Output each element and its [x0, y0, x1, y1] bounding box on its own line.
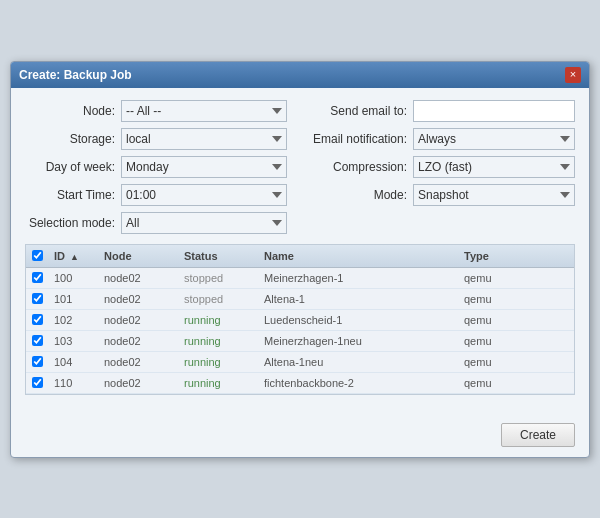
row-checkbox-3[interactable]	[32, 335, 43, 346]
row-name: Luedenscheid-1	[258, 312, 458, 328]
row-checkbox-0[interactable]	[32, 272, 43, 283]
row-type: qemu	[458, 354, 538, 370]
row-name: Meinerzhagen-1neu	[258, 333, 458, 349]
selection-mode-label: Selection mode:	[25, 216, 115, 230]
start-time-label: Start Time:	[25, 188, 115, 202]
send-email-row: Send email to:	[297, 100, 575, 122]
mode-select[interactable]: Snapshot	[413, 184, 575, 206]
node-label: Node:	[25, 104, 115, 118]
email-notification-label: Email notification:	[297, 132, 407, 146]
selection-mode-select[interactable]: All	[121, 212, 287, 234]
row-checkbox-cell	[26, 375, 48, 391]
header-status: Status	[178, 248, 258, 264]
table-body: 100 node02 stopped Meinerzhagen-1 qemu 1…	[26, 268, 574, 394]
row-id: 104	[48, 354, 98, 370]
row-node: node02	[98, 375, 178, 391]
row-status: stopped	[178, 291, 258, 307]
row-status: stopped	[178, 270, 258, 286]
dialog-title: Create: Backup Job	[19, 68, 132, 82]
table-row: 102 node02 running Luedenscheid-1 qemu	[26, 310, 574, 331]
table-row: 110 node02 running fichtenbackbone-2 qem…	[26, 373, 574, 394]
row-checkbox-2[interactable]	[32, 314, 43, 325]
node-select[interactable]: -- All --	[121, 100, 287, 122]
row-checkbox-cell	[26, 270, 48, 286]
row-id: 101	[48, 291, 98, 307]
row-checkbox-1[interactable]	[32, 293, 43, 304]
day-row: Day of week: Monday	[25, 156, 287, 178]
vm-table-container: ID ▲ Node Status Name Type 100 node02 st…	[25, 244, 575, 395]
left-column: Node: -- All -- Storage: local Day of we…	[25, 100, 287, 234]
send-email-input[interactable]	[413, 100, 575, 122]
row-checkbox-cell	[26, 354, 48, 370]
storage-row: Storage: local	[25, 128, 287, 150]
row-id: 110	[48, 375, 98, 391]
row-checkbox-cell	[26, 312, 48, 328]
compression-row: Compression: LZO (fast)	[297, 156, 575, 178]
selection-mode-row: Selection mode: All	[25, 212, 287, 234]
row-name: Altena-1	[258, 291, 458, 307]
day-select[interactable]: Monday	[121, 156, 287, 178]
select-all-checkbox[interactable]	[32, 250, 43, 261]
node-row: Node: -- All --	[25, 100, 287, 122]
row-checkbox-cell	[26, 291, 48, 307]
row-name: Altena-1neu	[258, 354, 458, 370]
email-notification-row: Email notification: Always	[297, 128, 575, 150]
row-status: running	[178, 333, 258, 349]
row-node: node02	[98, 291, 178, 307]
header-type: Type	[458, 248, 538, 264]
right-column: Send email to: Email notification: Alway…	[297, 100, 575, 234]
row-type: qemu	[458, 312, 538, 328]
header-id[interactable]: ID ▲	[48, 248, 98, 264]
row-id: 102	[48, 312, 98, 328]
row-checkbox-cell	[26, 333, 48, 349]
start-time-row: Start Time: 01:00	[25, 184, 287, 206]
row-id: 103	[48, 333, 98, 349]
row-name: fichtenbackbone-2	[258, 375, 458, 391]
row-checkbox-4[interactable]	[32, 356, 43, 367]
row-type: qemu	[458, 291, 538, 307]
dialog-titlebar: Create: Backup Job ×	[11, 62, 589, 88]
row-type: qemu	[458, 333, 538, 349]
form-fields: Node: -- All -- Storage: local Day of we…	[25, 100, 575, 234]
sort-icon: ▲	[70, 252, 79, 262]
mode-row: Mode: Snapshot	[297, 184, 575, 206]
create-button[interactable]: Create	[501, 423, 575, 447]
row-status: running	[178, 354, 258, 370]
dialog-body: Node: -- All -- Storage: local Day of we…	[11, 88, 589, 417]
row-status: running	[178, 375, 258, 391]
storage-label: Storage:	[25, 132, 115, 146]
row-node: node02	[98, 312, 178, 328]
table-row: 104 node02 running Altena-1neu qemu	[26, 352, 574, 373]
header-name: Name	[258, 248, 458, 264]
mode-label: Mode:	[297, 188, 407, 202]
compression-select[interactable]: LZO (fast)	[413, 156, 575, 178]
row-node: node02	[98, 354, 178, 370]
start-time-select[interactable]: 01:00	[121, 184, 287, 206]
row-id: 100	[48, 270, 98, 286]
close-button[interactable]: ×	[565, 67, 581, 83]
dialog-footer: Create	[11, 417, 589, 457]
row-type: qemu	[458, 270, 538, 286]
row-node: node02	[98, 270, 178, 286]
table-row: 101 node02 stopped Altena-1 qemu	[26, 289, 574, 310]
table-header: ID ▲ Node Status Name Type	[26, 245, 574, 268]
row-type: qemu	[458, 375, 538, 391]
row-checkbox-5[interactable]	[32, 377, 43, 388]
header-node: Node	[98, 248, 178, 264]
row-status: running	[178, 312, 258, 328]
email-notification-select[interactable]: Always	[413, 128, 575, 150]
compression-label: Compression:	[297, 160, 407, 174]
storage-select[interactable]: local	[121, 128, 287, 150]
table-row: 103 node02 running Meinerzhagen-1neu qem…	[26, 331, 574, 352]
send-email-label: Send email to:	[297, 104, 407, 118]
row-node: node02	[98, 333, 178, 349]
create-backup-dialog: Create: Backup Job × Node: -- All -- Sto…	[10, 61, 590, 458]
day-label: Day of week:	[25, 160, 115, 174]
row-name: Meinerzhagen-1	[258, 270, 458, 286]
table-row: 100 node02 stopped Meinerzhagen-1 qemu	[26, 268, 574, 289]
header-checkbox-cell	[26, 248, 48, 264]
